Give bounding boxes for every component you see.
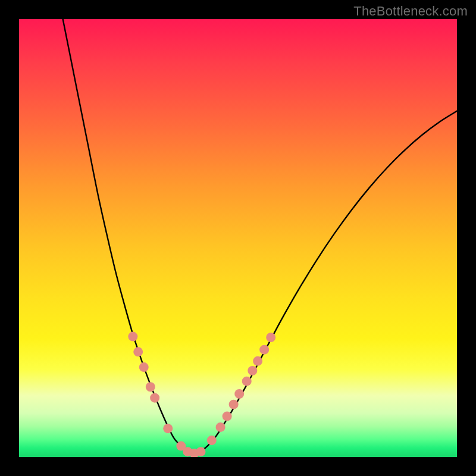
data-marker bbox=[216, 422, 226, 432]
watermark-text: TheBottleneck.com bbox=[353, 4, 468, 19]
chart-svg bbox=[19, 19, 457, 457]
data-marker bbox=[128, 332, 137, 342]
data-marker bbox=[196, 447, 205, 456]
data-marker bbox=[207, 436, 217, 445]
data-marker bbox=[234, 389, 244, 399]
data-marker bbox=[248, 366, 257, 375]
plot-area bbox=[19, 19, 457, 457]
data-marker bbox=[229, 400, 239, 409]
data-marker bbox=[259, 345, 269, 355]
data-marker bbox=[163, 424, 173, 433]
chart-frame: TheBottleneck.com bbox=[0, 0, 476, 476]
data-marker bbox=[223, 412, 232, 421]
data-marker bbox=[139, 362, 149, 372]
bottleneck-curve bbox=[63, 19, 457, 453]
data-marker bbox=[242, 377, 252, 386]
data-marker bbox=[150, 393, 159, 403]
data-marker bbox=[133, 347, 143, 356]
data-marker bbox=[253, 356, 262, 366]
data-marker bbox=[266, 333, 275, 342]
data-marker bbox=[146, 382, 155, 392]
data-markers bbox=[128, 332, 275, 457]
